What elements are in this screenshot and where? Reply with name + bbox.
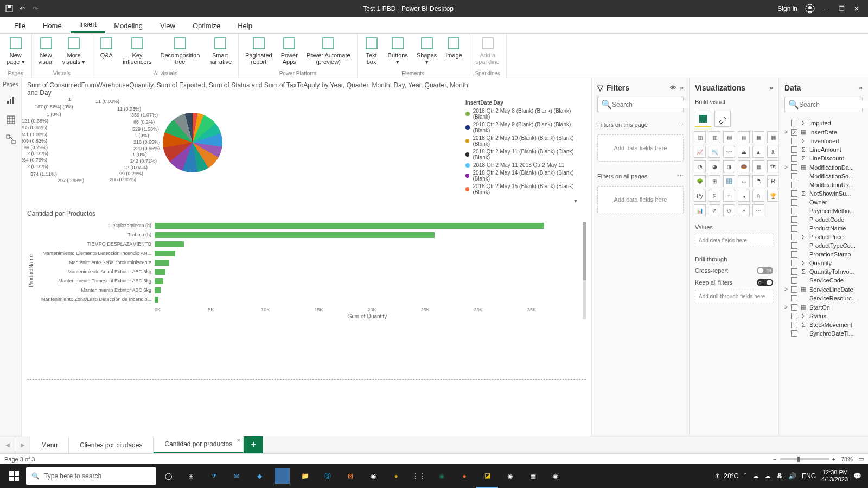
notifications-icon[interactable]: 💬: [853, 472, 861, 480]
field-checkbox[interactable]: [791, 199, 797, 206]
filters-all-dropzone[interactable]: Add data fields here: [597, 186, 684, 213]
field-status[interactable]: ΣStatus: [781, 312, 866, 320]
fit-page-icon[interactable]: ▭: [858, 455, 864, 463]
viz-type-icon[interactable]: ▥: [694, 131, 706, 143]
ribbon-image-[interactable]: Image: [442, 35, 465, 70]
menu-tab-view[interactable]: View: [151, 18, 184, 33]
viz-type-icon[interactable]: ▤: [738, 131, 750, 143]
bar-row[interactable]: Mantenimiento Elemento Detección Incendi…: [35, 249, 580, 257]
field-checkbox[interactable]: [791, 286, 797, 293]
bar-row[interactable]: Mantenimiento Anual Extintor ABC 6kg: [35, 268, 580, 275]
data-search[interactable]: 🔍: [784, 97, 863, 112]
field-checkbox[interactable]: [791, 277, 797, 284]
language-indicator[interactable]: ENG: [802, 472, 816, 480]
field-quantity[interactable]: ΣQuantity: [781, 259, 866, 267]
more-icon[interactable]: ⋯: [678, 121, 684, 128]
viz-type-icon[interactable]: Py: [694, 190, 706, 202]
xampp-icon[interactable]: ⊠: [340, 464, 361, 488]
bar-row[interactable]: Mantenimiento Extintor ABC 6kg: [35, 286, 580, 294]
filters-search-input[interactable]: [612, 101, 693, 108]
viz-type-icon[interactable]: R: [767, 175, 779, 187]
ribbon-text-box[interactable]: Textbox: [361, 35, 382, 70]
taskbar-search[interactable]: 🔍 Type here to search: [26, 467, 156, 485]
field-servicelinedate[interactable]: >▦ServiceLineDate: [781, 285, 866, 294]
page-tab[interactable]: Clientes por ciudades: [69, 436, 154, 453]
legend-more-icon[interactable]: ▾: [574, 197, 586, 204]
field-productprice[interactable]: ΣProductPrice: [781, 233, 866, 241]
tab-next-icon[interactable]: ▶: [15, 436, 30, 453]
field-checkbox[interactable]: [791, 208, 797, 214]
viz-type-icon[interactable]: ▤: [723, 131, 735, 143]
weather-widget[interactable]: ☀28°C: [714, 472, 738, 480]
zoom-slider[interactable]: [780, 458, 829, 460]
drill-dropzone[interactable]: Add drill-through fields here: [695, 290, 773, 303]
collapse-icon[interactable]: »: [769, 84, 773, 92]
viz-type-icon[interactable]: ⎙: [752, 190, 764, 202]
task-view-icon[interactable]: ⊞: [180, 464, 202, 488]
ribbon-new-page-[interactable]: Newpage ▾: [3, 35, 28, 70]
viz-type-icon[interactable]: ↗: [709, 204, 720, 216]
field-stockmovement[interactable]: ΣStockMovement: [781, 320, 866, 329]
tab-prev-icon[interactable]: ◀: [0, 436, 15, 453]
user-icon[interactable]: [805, 4, 815, 14]
field-lineamount[interactable]: ΣLineAmount: [781, 145, 866, 154]
powerbi-icon[interactable]: ◪: [476, 464, 498, 488]
ribbon-decomposition-tree[interactable]: Decompositiontree: [157, 35, 203, 70]
field-starton[interactable]: >▦StartOn: [781, 303, 866, 312]
app-icon[interactable]: ◉: [431, 464, 452, 488]
start-button[interactable]: [3, 464, 25, 488]
viz-type-icon[interactable]: ↳: [738, 190, 750, 202]
viz-type-icon[interactable]: ⚗: [752, 175, 764, 187]
ribbon-power-apps[interactable]: PowerApps: [278, 35, 301, 70]
chrome-icon[interactable]: ◉: [362, 464, 384, 488]
viz-type-icon[interactable]: ⛰: [738, 146, 750, 158]
chrome-icon[interactable]: ◉: [545, 464, 566, 488]
bar-row[interactable]: Mantenimiento Trimestral Extintor ABC 6k…: [35, 277, 580, 285]
menu-tab-optimize[interactable]: Optimize: [184, 18, 229, 33]
viz-type-icon[interactable]: ⊞: [709, 175, 720, 187]
ribbon-paginated-report[interactable]: Paginatedreport: [242, 35, 276, 70]
viz-type-icon[interactable]: ◕: [709, 160, 720, 172]
viz-type-icon[interactable]: 📊: [694, 204, 706, 216]
field-checkbox[interactable]: [791, 164, 797, 171]
bar-row[interactable]: Desplazamiento (h): [35, 222, 580, 229]
zoom-in-icon[interactable]: +: [832, 456, 835, 463]
eye-icon[interactable]: 👁: [670, 84, 676, 92]
field-checkbox[interactable]: [791, 313, 797, 319]
undo-icon[interactable]: ↶: [18, 5, 26, 12]
app-icon[interactable]: ●: [385, 464, 407, 488]
field-inventoried[interactable]: ΣInventoried: [781, 137, 866, 145]
pie-chart[interactable]: 1187 (0.56%) (0%)1 (0%)121 (0.36%)285 (0…: [22, 97, 282, 189]
field-owner[interactable]: Owner: [781, 198, 866, 207]
field-checkbox[interactable]: [791, 251, 797, 258]
field-checkbox[interactable]: [791, 146, 797, 153]
viz-type-icon[interactable]: ⋯: [752, 204, 764, 216]
signin-button[interactable]: Sign in: [777, 5, 797, 12]
build-visual-tab[interactable]: [695, 111, 711, 127]
app-icon[interactable]: ◉: [499, 464, 521, 488]
save-icon[interactable]: [5, 5, 13, 12]
viz-type-icon[interactable]: ◇: [723, 204, 735, 216]
field-servicecode[interactable]: ServiceCode: [781, 276, 866, 285]
field-linediscount[interactable]: ΣLineDiscount: [781, 154, 866, 163]
field-productcode[interactable]: ProductCode: [781, 215, 866, 224]
field-prorationstamp[interactable]: ProrationStamp: [781, 250, 866, 259]
viz-type-icon[interactable]: ▭: [738, 175, 750, 187]
viz-type-icon[interactable]: ▦: [767, 131, 779, 143]
bar-row[interactable]: TIEMPO DESPLAZAMIENTO: [35, 240, 580, 248]
keep-filters-toggle[interactable]: On: [757, 279, 773, 286]
vscode-icon[interactable]: ⧩: [203, 464, 225, 488]
menu-tab-home[interactable]: Home: [34, 18, 71, 33]
field-checkbox[interactable]: [791, 242, 797, 249]
field-modificationda-[interactable]: >▦ModificationDa...: [781, 163, 866, 172]
values-dropzone[interactable]: Add data fields here: [695, 234, 773, 247]
tray-icon[interactable]: ☁: [764, 472, 771, 480]
viz-type-icon[interactable]: ⎘: [709, 190, 720, 202]
field-modificationus-[interactable]: ModificationUs...: [781, 181, 866, 189]
field-checkbox[interactable]: [791, 190, 797, 197]
ribbon-more-visuals-[interactable]: Morevisuals ▾: [59, 35, 89, 70]
viz-type-icon[interactable]: »: [738, 204, 750, 216]
field-checkbox[interactable]: [791, 260, 797, 266]
menu-tab-modeling[interactable]: Modeling: [105, 18, 151, 33]
maximize-icon[interactable]: ❐: [838, 5, 845, 12]
